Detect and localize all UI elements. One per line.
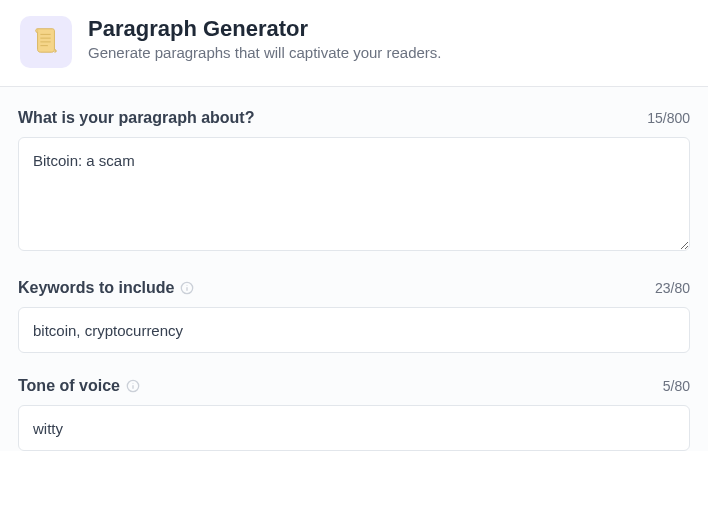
- keywords-label: Keywords to include: [18, 279, 194, 297]
- field-keywords: Keywords to include 23/80: [18, 279, 690, 353]
- keywords-input[interactable]: [18, 307, 690, 353]
- field-tone-header: Tone of voice 5/80: [18, 377, 690, 395]
- field-about-header: What is your paragraph about? 15/800: [18, 109, 690, 127]
- info-icon[interactable]: [126, 379, 140, 393]
- svg-point-6: [187, 285, 188, 286]
- form-container: What is your paragraph about? 15/800 Bit…: [0, 87, 708, 451]
- tone-input[interactable]: [18, 405, 690, 451]
- scroll-icon: [31, 25, 61, 59]
- page-subtitle: Generate paragraphs that will captivate …: [88, 44, 442, 61]
- about-input[interactable]: Bitcoin: a scam: [18, 137, 690, 251]
- header-text: Paragraph Generator Generate paragraphs …: [88, 16, 442, 61]
- info-icon[interactable]: [180, 281, 194, 295]
- app-icon-box: [20, 16, 72, 68]
- page-title: Paragraph Generator: [88, 16, 442, 42]
- about-label: What is your paragraph about?: [18, 109, 254, 127]
- field-keywords-header: Keywords to include 23/80: [18, 279, 690, 297]
- app-header: Paragraph Generator Generate paragraphs …: [0, 0, 708, 87]
- tone-label: Tone of voice: [18, 377, 140, 395]
- keywords-counter: 23/80: [655, 280, 690, 296]
- tone-counter: 5/80: [663, 378, 690, 394]
- keywords-label-text: Keywords to include: [18, 279, 174, 297]
- svg-point-9: [132, 383, 133, 384]
- about-counter: 15/800: [647, 110, 690, 126]
- field-tone: Tone of voice 5/80: [18, 377, 690, 451]
- tone-label-text: Tone of voice: [18, 377, 120, 395]
- field-about: What is your paragraph about? 15/800 Bit…: [18, 109, 690, 255]
